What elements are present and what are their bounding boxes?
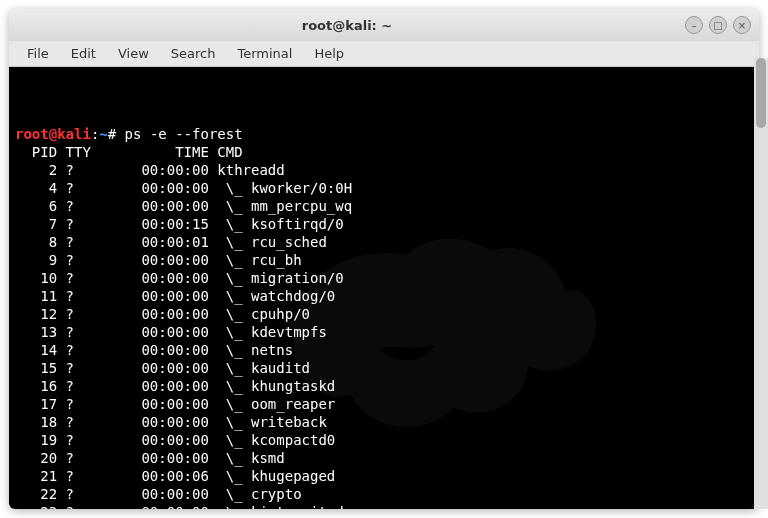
process-row: 18 ? 00:00:00 \_ writeback (15, 413, 753, 431)
prompt-host: kali (57, 126, 91, 142)
menu-edit[interactable]: Edit (61, 43, 106, 64)
prompt-user: root (15, 126, 49, 142)
command-text: ps -e --forest (125, 126, 243, 142)
process-row: 22 ? 00:00:00 \_ crypto (15, 485, 753, 503)
menubar: File Edit View Search Terminal Help (9, 41, 759, 67)
window-buttons: – □ × (685, 16, 759, 34)
process-row: 17 ? 00:00:00 \_ oom_reaper (15, 395, 753, 413)
terminal-lines: root@kali:~# ps -e --forest PID TTY TIME… (15, 125, 753, 509)
process-row: 20 ? 00:00:00 \_ ksmd (15, 449, 753, 467)
process-list: 2 ? 00:00:00 kthreadd 4 ? 00:00:00 \_ kw… (15, 161, 753, 509)
close-button[interactable]: × (733, 16, 751, 34)
process-row: 13 ? 00:00:00 \_ kdevtmpfs (15, 323, 753, 341)
scrollbar-thumb[interactable] (756, 58, 766, 128)
menu-search[interactable]: Search (161, 43, 226, 64)
process-row: 9 ? 00:00:00 \_ rcu_bh (15, 251, 753, 269)
prompt-at: @ (49, 126, 57, 142)
maximize-button[interactable]: □ (709, 16, 727, 34)
prompt-path: ~ (99, 126, 107, 142)
process-row: 2 ? 00:00:00 kthreadd (15, 161, 753, 179)
minimize-button[interactable]: – (685, 16, 703, 34)
window-title: root@kali: ~ (9, 18, 685, 33)
titlebar[interactable]: root@kali: ~ – □ × (9, 9, 759, 41)
process-row: 16 ? 00:00:00 \_ khungtaskd (15, 377, 753, 395)
prompt-hash: # (108, 126, 125, 142)
process-row: 21 ? 00:00:06 \_ khugepaged (15, 467, 753, 485)
ps-header: PID TTY TIME CMD (15, 143, 753, 161)
terminal-output[interactable]: root@kali:~# ps -e --forest PID TTY TIME… (9, 67, 759, 509)
menu-file[interactable]: File (17, 43, 59, 64)
process-row: 12 ? 00:00:00 \_ cpuhp/0 (15, 305, 753, 323)
process-row: 14 ? 00:00:00 \_ netns (15, 341, 753, 359)
menu-terminal[interactable]: Terminal (227, 43, 302, 64)
scrollbar[interactable] (754, 58, 768, 509)
process-row: 11 ? 00:00:00 \_ watchdog/0 (15, 287, 753, 305)
process-row: 7 ? 00:00:15 \_ ksoftirqd/0 (15, 215, 753, 233)
menu-help[interactable]: Help (304, 43, 354, 64)
process-row: 19 ? 00:00:00 \_ kcompactd0 (15, 431, 753, 449)
menu-view[interactable]: View (108, 43, 159, 64)
process-row: 15 ? 00:00:00 \_ kauditd (15, 359, 753, 377)
process-row: 23 ? 00:00:00 \_ kintegrityd (15, 503, 753, 509)
process-row: 10 ? 00:00:00 \_ migration/0 (15, 269, 753, 287)
process-row: 6 ? 00:00:00 \_ mm_percpu_wq (15, 197, 753, 215)
process-row: 4 ? 00:00:00 \_ kworker/0:0H (15, 179, 753, 197)
process-row: 8 ? 00:00:01 \_ rcu_sched (15, 233, 753, 251)
terminal-window: root@kali: ~ – □ × File Edit View Search… (9, 9, 759, 509)
